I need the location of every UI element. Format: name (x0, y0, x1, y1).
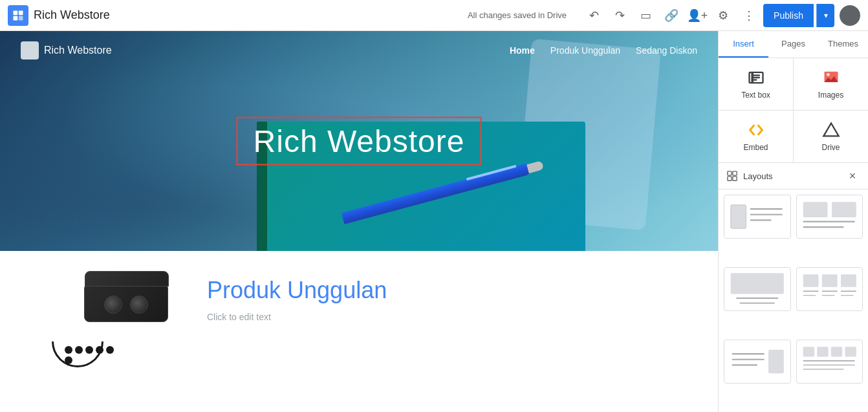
dot (65, 346, 72, 354)
dot (96, 346, 103, 354)
layout-card-5[interactable] (724, 340, 791, 384)
svg-rect-29 (803, 274, 818, 287)
avatar (840, 5, 860, 26)
svg-rect-1 (19, 10, 23, 15)
svg-marker-12 (823, 124, 838, 136)
header: Rich Webstore All changes saved in Drive… (0, 0, 868, 31)
product-subtitle[interactable]: Click to edit text (207, 312, 679, 322)
images-icon (822, 69, 840, 87)
insert-drive[interactable]: Drive (794, 111, 868, 162)
site-logo-area: Rich Webstore (21, 41, 112, 60)
link-button[interactable]: 🔗 (660, 4, 683, 27)
toolbar-actions: ↶ ↷ ▭ 🔗 👤+ ⚙ ⋮ Publish ▾ (582, 4, 860, 27)
layouts-header: Layouts × (719, 163, 868, 190)
more-button[interactable]: ⋮ (737, 4, 761, 27)
svg-rect-3 (19, 16, 23, 20)
textbox-label: Text box (741, 91, 770, 100)
svg-rect-30 (821, 274, 837, 287)
panel-tabs: Insert Pages Themes (719, 31, 868, 58)
images-label: Images (818, 91, 843, 100)
publish-dropdown-button[interactable]: ▾ (816, 4, 834, 27)
nav-link-home[interactable]: Home (510, 45, 535, 56)
layouts-title-area: Layouts (726, 170, 773, 182)
product-text-area: Produk Unggulan Click to edit text (207, 277, 679, 322)
hero-title-box[interactable]: Rich Webstore (237, 117, 482, 166)
svg-rect-42 (803, 347, 814, 356)
drive-icon (822, 121, 840, 139)
earbud-case-icon (84, 283, 168, 322)
canvas-area: Rich Webstore Home Produk Unggulan Sedan… (0, 31, 718, 412)
page-title: Rich Webstore (34, 8, 110, 22)
embed-label: Embed (743, 143, 768, 152)
svg-rect-0 (14, 10, 18, 15)
svg-rect-2 (14, 16, 18, 20)
svg-rect-22 (803, 202, 827, 217)
svg-rect-17 (731, 205, 746, 229)
content-section: Produk Unggulan Click to edit text (0, 251, 718, 412)
right-panel: Insert Pages Themes Text box (718, 31, 868, 412)
earbud-accessories-icon (65, 346, 116, 364)
hero-section: Rich Webstore Home Produk Unggulan Sedan… (0, 31, 718, 251)
preview-button[interactable]: ▭ (634, 4, 657, 27)
svg-rect-43 (817, 347, 828, 356)
svg-rect-13 (728, 171, 732, 175)
svg-rect-16 (733, 177, 737, 180)
site-preview: Rich Webstore Home Produk Unggulan Sedan… (0, 31, 718, 412)
app-logo (8, 5, 28, 26)
dot (106, 346, 114, 354)
dot (65, 356, 72, 364)
add-user-button[interactable]: 👤+ (686, 4, 709, 27)
earbud-right-icon (104, 296, 122, 314)
earbud-case-lid-icon (85, 271, 169, 287)
tab-insert[interactable]: Insert (719, 31, 768, 58)
svg-rect-26 (731, 273, 784, 294)
earbud-left-icon (130, 296, 148, 314)
product-image (45, 277, 175, 367)
drive-label: Drive (821, 143, 840, 152)
site-logo-text: Rich Webstore (44, 45, 112, 56)
layout-card-2[interactable] (796, 195, 863, 239)
tab-pages[interactable]: Pages (768, 31, 818, 58)
insert-embed[interactable]: Embed (719, 111, 793, 162)
layout-card-4[interactable] (796, 267, 863, 311)
layout-card-3[interactable] (724, 267, 791, 311)
save-status: All changes saved in Drive (468, 10, 567, 20)
svg-point-11 (827, 73, 830, 76)
layout-card-1[interactable] (724, 195, 791, 239)
hero-nav: Rich Webstore Home Produk Unggulan Sedan… (0, 31, 718, 70)
dot (75, 346, 83, 354)
dot (85, 346, 93, 354)
insert-images[interactable]: Images (794, 58, 868, 110)
svg-rect-45 (845, 347, 856, 356)
undo-button[interactable]: ↶ (582, 4, 605, 27)
svg-rect-31 (841, 274, 856, 287)
layouts-grid (719, 190, 868, 412)
nav-link-diskon[interactable]: Sedang Diskon (636, 45, 697, 56)
insert-textbox[interactable]: Text box (719, 58, 793, 110)
svg-rect-15 (728, 177, 732, 180)
publish-button[interactable]: Publish (763, 4, 814, 27)
product-image-area (39, 277, 181, 367)
svg-rect-23 (831, 202, 856, 217)
layouts-label: Layouts (743, 171, 773, 181)
hero-title: Rich Webstore (254, 124, 465, 158)
svg-rect-44 (830, 347, 841, 356)
site-logo-icon (21, 41, 39, 60)
redo-button[interactable]: ↷ (608, 4, 631, 27)
layouts-close-button[interactable]: × (845, 168, 860, 184)
product-title: Produk Unggulan (207, 277, 679, 304)
nav-link-produk[interactable]: Produk Unggulan (550, 45, 620, 56)
layout-card-6[interactable] (796, 340, 863, 384)
settings-button[interactable]: ⚙ (711, 4, 735, 27)
embed-icon (747, 121, 765, 139)
svg-rect-41 (768, 350, 784, 374)
main-layout: Rich Webstore Home Produk Unggulan Sedan… (0, 31, 868, 412)
svg-rect-14 (733, 171, 737, 175)
textbox-icon (747, 69, 765, 87)
insert-grid: Text box Images (719, 58, 868, 163)
tab-themes[interactable]: Themes (818, 31, 868, 58)
